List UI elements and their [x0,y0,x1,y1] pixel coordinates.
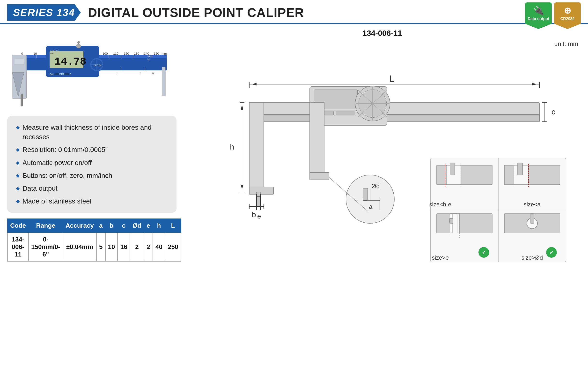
svg-rect-62 [249,114,539,122]
svg-rect-76 [249,187,273,194]
badges-area: 🔌 Data output ⊕ CR2032 [525,2,581,29]
svg-rect-122 [504,165,560,185]
col-c: c [118,219,130,232]
feature-item-3: ◆ Automatic power on/off [16,158,168,167]
right-panel: 134-006-11 unit: mm [184,29,581,267]
svg-text:mm/inch: mm/inch [50,49,59,52]
svg-text:e: e [257,212,261,220]
svg-marker-78 [310,102,324,180]
cell-accuracy: ±0.04mm [63,232,96,261]
svg-rect-128 [437,214,492,233]
feature-item-4: ◆ Buttons: on/off, zero, mm/inch [16,171,168,180]
svg-marker-75 [249,102,264,194]
svg-text:in: in [147,58,149,61]
model-number: 134-006-11 [184,29,581,38]
svg-text:120: 120 [124,52,129,55]
svg-text:✓: ✓ [482,249,486,255]
feature-item-6: ◆ Made of stainless steel [16,197,168,206]
cell-range: 0-150mm/0-6" [28,232,63,261]
svg-text:OFF: OFF [59,73,64,76]
col-L: L [165,219,181,232]
svg-text:mm: mm [50,52,54,55]
svg-text:140: 140 [144,52,149,55]
bullet-5: ◆ [16,185,20,192]
svg-text:5: 5 [117,72,118,75]
caliper-svg: ACCUD mm in 0 [7,29,172,109]
main-content: ACCUD mm in 0 [0,24,588,272]
data-output-icon: 🔌 [533,6,544,16]
cell-L: 250 [165,232,181,261]
svg-text:size<h-e: size<h-e [429,201,451,208]
spec-table: Code Range Accuracy a b c Ød e h L 134-0… [7,219,181,262]
svg-rect-118 [450,163,455,175]
svg-marker-83 [252,83,256,85]
svg-text:b: b [252,210,256,219]
page-header: SERIES 134 DIGITAL OUTSIDE POINT CALIPER… [0,0,588,24]
cell-code: 134-006-11 [7,232,28,261]
svg-text:h: h [230,142,234,151]
svg-text:size<a: size<a [524,201,541,208]
svg-rect-60 [15,59,24,64]
svg-text:ON: ON [50,73,54,76]
series-badge: SERIES 134 [7,4,81,21]
cell-od: 2 [130,232,144,261]
svg-text:size>e: size>e [432,254,449,261]
svg-rect-77 [256,192,260,206]
cell-b: 10 [105,232,118,261]
cell-c: 16 [118,232,130,261]
svg-text:150: 150 [154,52,159,55]
battery-icon: ⊕ [564,6,571,16]
svg-text:6: 6 [140,72,141,75]
col-b: b [105,219,118,232]
svg-text:110: 110 [113,52,119,55]
technical-diagram: L c h b [184,49,581,267]
svg-text:a: a [369,203,373,210]
svg-text:c: c [551,107,555,116]
bullet-3: ◆ [16,159,20,166]
svg-text:mm: mm [162,52,167,55]
cell-e: 2 [144,232,153,261]
col-h: h [153,219,165,232]
svg-text:size>Ød: size>Ød [522,254,543,261]
svg-text:100: 100 [103,52,108,55]
svg-marker-84 [532,83,537,85]
svg-rect-79 [310,173,329,180]
left-panel: ACCUD mm in 0 [7,29,176,267]
bullet-4: ◆ [16,172,20,179]
unit-label: unit: mm [184,40,581,48]
svg-rect-139 [530,214,534,223]
bullet-6: ◆ [16,198,20,204]
svg-rect-105 [363,188,368,200]
svg-text:0: 0 [70,73,71,76]
svg-rect-56 [162,67,165,96]
battery-badge: ⊕ CR2032 [554,2,581,29]
cell-h: 40 [153,232,165,261]
table-row: 134-006-11 0-150mm/0-6" ±0.04mm 5 10 16 … [7,232,181,261]
features-box: ◆ Measure wall thickness of inside bores… [7,116,176,213]
svg-text:14.78: 14.78 [54,56,86,68]
col-accuracy: Accuracy [63,219,96,232]
col-e: e [144,219,153,232]
table-header-row: Code Range Accuracy a b c Ød e h L [7,219,181,232]
svg-rect-68 [336,111,355,115]
svg-text:✓: ✓ [549,249,554,255]
page-title: DIGITAL OUTSIDE POINT CALIPER [88,5,304,20]
svg-text:Ød: Ød [371,182,380,190]
svg-rect-46 [64,73,69,75]
svg-rect-124 [518,163,523,175]
svg-text:OPEN: OPEN [94,64,101,67]
feature-item-2: ◆ Resolution: 0.01mm/0.0005" [16,145,168,154]
svg-point-59 [77,41,80,43]
diagram-area: L c h b [184,49,581,267]
svg-text:L: L [389,74,395,84]
caliper-image: ACCUD mm in 0 [7,29,172,109]
svg-text:10: 10 [33,52,37,55]
svg-rect-130 [452,214,457,233]
svg-marker-93 [241,105,243,110]
svg-point-57 [76,44,81,48]
svg-rect-44 [54,73,59,75]
bullet-1: ◆ [16,124,20,131]
col-a: a [96,219,105,232]
feature-item-5: ◆ Data output [16,184,168,193]
svg-rect-55 [21,94,23,106]
